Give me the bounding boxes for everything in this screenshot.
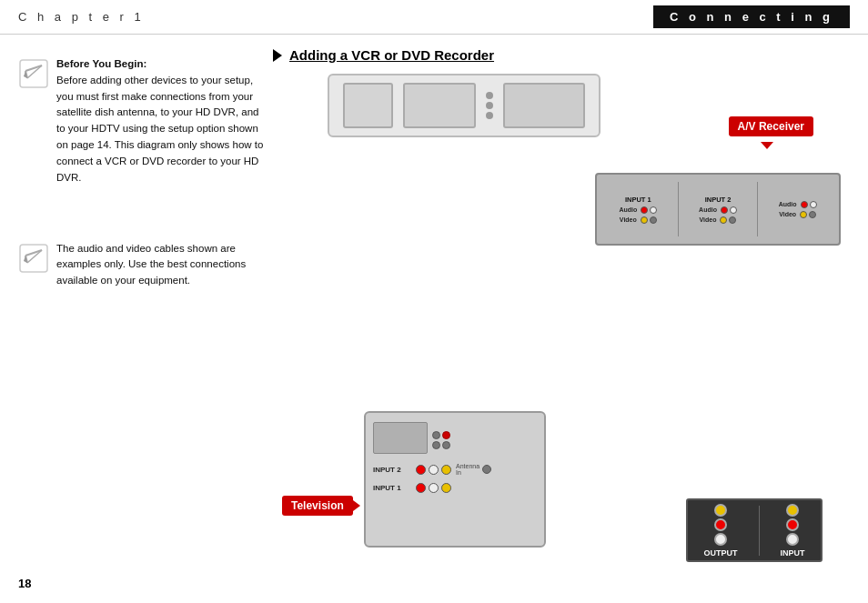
vcr-buttons-row — [432, 431, 450, 439]
av-jack-white-1 — [650, 206, 657, 214]
av-jack-white-3 — [810, 201, 817, 208]
av-jack-red-1 — [641, 206, 648, 214]
out-jack-white — [714, 533, 727, 546]
note-body-2: The audio and video cables shown are exa… — [56, 243, 246, 286]
vcr-in1-jack-yellow — [441, 483, 451, 493]
note-title-1: Before You Begin: — [56, 58, 146, 69]
note-body-1: Before adding other devices to your setu… — [56, 75, 263, 183]
vcr-input1-label: INPUT 1 — [373, 484, 413, 492]
input-label: INPUT — [781, 548, 805, 558]
section-heading-text: Adding a VCR or DVD Recorder — [289, 47, 494, 63]
av-jack-extra-1 — [650, 216, 657, 224]
video-label-3: Video — [779, 211, 796, 218]
dvr-dots — [486, 92, 493, 119]
television-label: Television — [282, 496, 353, 516]
note-text-2: The audio and video cables shown are exa… — [56, 241, 264, 289]
television-container: Television — [273, 496, 353, 520]
page-header: C h a p t e r 1 C o n n e c t i n g — [0, 0, 868, 35]
av-jack-white-2 — [730, 206, 737, 214]
vcr-buttons-row-2 — [432, 441, 450, 449]
input-jacks — [786, 504, 799, 546]
dvr-dot-1 — [486, 92, 493, 99]
section-heading: Adding a VCR or DVD Recorder — [273, 47, 850, 63]
oi-divider — [759, 506, 760, 556]
audio-label-1: Audio — [619, 206, 637, 214]
vcr-input2-label: INPUT 2 — [373, 466, 413, 474]
note-icon-2 — [18, 243, 49, 274]
vcr-in1-jack-white — [429, 483, 439, 493]
section-title: C o n n e c t i n g — [653, 5, 850, 28]
av-video-row-1: Video — [620, 216, 657, 224]
audio-label-3: Audio — [779, 201, 797, 208]
av-receiver-label: A/V Receiver — [729, 116, 813, 136]
av-divider-1 — [678, 182, 679, 236]
av-audio-row-1: Audio — [619, 206, 657, 214]
vcr-input2-row: INPUT 2 AntennaIn — [373, 463, 537, 476]
vcr-ant-jack — [482, 465, 491, 474]
av-audio-row-2: Audio — [699, 206, 737, 214]
dvr-dot-2 — [486, 102, 493, 109]
note-box-1: Before You Begin: Before adding other de… — [18, 56, 264, 186]
av-input2-label: INPUT 2 — [705, 196, 732, 204]
vcr-btn-2 — [442, 431, 450, 439]
vcr-device: INPUT 2 AntennaIn INPUT 1 — [364, 411, 546, 548]
video-label-2: Video — [700, 216, 717, 224]
av-video-row-3: Video — [779, 211, 816, 218]
vcr-in1-jack-red — [416, 483, 426, 493]
out-jack-yellow — [714, 504, 727, 517]
note-box-2: The audio and video cables shown are exa… — [18, 241, 264, 289]
vcr-in2-jack-white — [429, 465, 439, 475]
av-receiver-container: A/V Receiver INPUT 1 Audio Video — [595, 147, 841, 246]
vcr-top — [373, 422, 537, 458]
video-label-1: Video — [620, 216, 637, 224]
vcr-in2-jack-red — [416, 465, 426, 475]
output-group: OUTPUT — [704, 504, 738, 558]
av-divider-2 — [757, 182, 758, 236]
svg-rect-0 — [20, 60, 47, 87]
vcr-btn-1 — [432, 431, 440, 439]
in-jack-white — [786, 533, 799, 546]
right-column: Adding a VCR or DVD Recorder A/V Receive… — [273, 47, 850, 575]
dvr-dot-3 — [486, 112, 493, 119]
vcr-btn-3 — [432, 441, 440, 449]
input-group: INPUT — [781, 504, 805, 558]
main-content: Before You Begin: Before adding other de… — [0, 35, 868, 588]
vcr-ant-label: AntennaIn — [456, 463, 479, 476]
output-jacks — [714, 504, 727, 546]
av-jack-extra-3 — [809, 211, 816, 218]
av-input-group-3: Audio Video — [762, 201, 833, 218]
chapter-label: C h a p t e r 1 — [18, 10, 145, 24]
audio-label-2: Audio — [699, 206, 717, 214]
svg-rect-5 — [20, 245, 47, 272]
av-jack-red-3 — [801, 201, 808, 208]
note-text-1: Before You Begin: Before adding other de… — [56, 56, 264, 186]
note-icon-1 — [18, 58, 49, 89]
av-jack-yellow-2 — [720, 216, 727, 224]
av-jack-yellow-1 — [641, 216, 648, 224]
vcr-input1-row: INPUT 1 — [373, 483, 537, 493]
output-label: OUTPUT — [704, 548, 738, 558]
av-jack-yellow-3 — [800, 211, 807, 218]
av-jack-extra-2 — [729, 216, 736, 224]
av-input-group-2: INPUT 2 Audio Video — [682, 196, 754, 224]
vcr-btn-4 — [442, 441, 450, 449]
dvr-slot-1 — [343, 83, 393, 128]
page-number: 18 — [18, 577, 31, 590]
av-video-row-2: Video — [700, 216, 737, 224]
av-jack-red-2 — [721, 206, 728, 214]
dvr-slot-3 — [503, 83, 585, 128]
in-jack-yellow — [786, 504, 799, 517]
left-column: Before You Begin: Before adding other de… — [18, 47, 264, 575]
vcr-screen — [373, 422, 428, 454]
out-jack-red — [714, 518, 727, 531]
in-jack-red — [786, 518, 799, 531]
av-audio-row-3: Audio — [779, 201, 817, 208]
av-input-group-1: INPUT 1 Audio Video — [602, 196, 674, 224]
vcr-body: INPUT 2 AntennaIn INPUT 1 — [364, 411, 546, 548]
arrow-icon — [273, 49, 282, 62]
dvr-slot-2 — [403, 83, 476, 128]
hd-dvr-device — [328, 74, 601, 137]
av-receiver-body: INPUT 1 Audio Video INPUT — [595, 173, 841, 246]
vcr-in2-jack-yellow — [441, 465, 451, 475]
vcr-control-area — [432, 422, 450, 458]
